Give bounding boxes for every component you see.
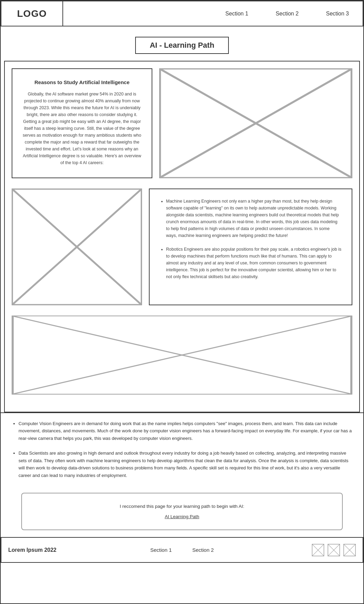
bullet-card-1: Machine Learning Engineers not only earn… xyxy=(149,189,352,305)
image-placeholder-1 xyxy=(159,68,352,178)
main-nav: Section 1 Section 2 Section 3 xyxy=(63,11,363,17)
card-body: Globally, the AI software market grew 54… xyxy=(21,91,143,166)
logo: LOGO xyxy=(1,1,63,26)
recommend-text: I reccomend this page for your learning … xyxy=(29,504,335,509)
footer-nav: Section 1 Section 2 xyxy=(124,547,240,553)
footer-logo: Lorem Ipsum 2022 xyxy=(8,547,124,553)
page-title-area: AI - Learning Path xyxy=(1,26,363,61)
footer-social-icon-1[interactable] xyxy=(312,544,324,556)
footer-nav-section1[interactable]: Section 1 xyxy=(150,547,172,553)
bullet-list-1: Machine Learning Engineers not only earn… xyxy=(160,198,341,280)
bullet-list-2: Computer Vision Engineers are in demand … xyxy=(11,420,353,479)
image-placeholder-2 xyxy=(12,189,142,305)
recommend-link[interactable]: AI Learning Path xyxy=(165,514,199,519)
logo-text: LOGO xyxy=(17,8,47,19)
page-title-box: AI - Learning Path xyxy=(135,37,228,54)
footer-social-icon-3[interactable] xyxy=(343,544,356,556)
main-content: Reasons to Study Artificial Intelligence… xyxy=(4,61,360,412)
page-title: AI - Learning Path xyxy=(150,41,214,49)
footer: Lorem Ipsum 2022 Section 1 Section 2 xyxy=(1,537,363,563)
image-placeholder-wide xyxy=(12,316,352,395)
bullet-item-robotics: Robotics Engineers are also popular posi… xyxy=(166,246,341,280)
nav-section1[interactable]: Section 1 xyxy=(225,11,248,17)
row-2: Machine Learning Engineers not only earn… xyxy=(12,189,352,305)
recommend-box: I reccomend this page for your learning … xyxy=(21,493,343,530)
footer-icons xyxy=(240,544,356,556)
nav-section2[interactable]: Section 2 xyxy=(276,11,299,17)
footer-social-icon-2[interactable] xyxy=(328,544,340,556)
bullet-item-cv: Computer Vision Engineers are in demand … xyxy=(19,420,353,442)
bullet-item-ds: Data Scientists are also growing in high… xyxy=(19,449,353,479)
footer-nav-section2[interactable]: Section 2 xyxy=(192,547,214,553)
header: LOGO Section 1 Section 2 Section 3 xyxy=(1,1,363,26)
nav-section3[interactable]: Section 3 xyxy=(326,11,349,17)
intro-text-card: Reasons to Study Artificial Intelligence… xyxy=(12,68,152,178)
bottom-bullets-section: Computer Vision Engineers are in demand … xyxy=(1,412,363,486)
card-title: Reasons to Study Artificial Intelligence xyxy=(21,79,143,85)
row-1: Reasons to Study Artificial Intelligence… xyxy=(12,68,352,178)
bullet-item-ml: Machine Learning Engineers not only earn… xyxy=(166,198,341,239)
